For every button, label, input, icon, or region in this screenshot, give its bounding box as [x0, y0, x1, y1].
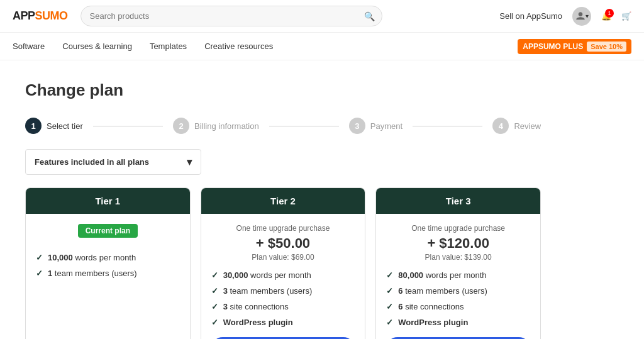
nav-courses[interactable]: Courses & learning [62, 42, 132, 51]
step-divider-1 [93, 126, 163, 126]
features-toggle[interactable]: Features included in all plans ▾ [25, 149, 201, 175]
tier-3-card: Tier 3 One time upgrade purchase + $120.… [375, 187, 541, 339]
steps-indicator: 1 Select tier 2 Billing information 3 Pa… [25, 118, 541, 134]
feature-text: 10,000 words per month [48, 253, 136, 262]
step-3-label: Payment [370, 121, 402, 131]
page-title: Change plan [25, 81, 541, 100]
check-icon: ✓ [386, 286, 393, 296]
tier-1-body: Current plan ✓ 10,000 words per month ✓ … [26, 214, 190, 294]
check-icon: ✓ [36, 269, 43, 278]
tier-1-feature-2: ✓ 1 team members (users) [36, 269, 180, 278]
step-4-label: Review [514, 121, 541, 131]
check-icon: ✓ [386, 302, 393, 311]
chevron-down-icon: ▾ [187, 156, 192, 168]
header-right: Sell on AppSumo ▾ 🔔 1 🛒 [499, 7, 631, 26]
check-icon: ✓ [386, 270, 393, 280]
check-icon: ✓ [211, 318, 218, 327]
check-icon: ✓ [211, 286, 218, 296]
nav-bar: Software Courses & learning Templates Cr… [0, 33, 644, 60]
nav-software[interactable]: Software [13, 42, 45, 51]
step-4: 4 Review [492, 118, 541, 134]
tier-1-card: Tier 1 Current plan ✓ 10,000 words per m… [25, 187, 191, 339]
feature-text: 80,000 words per month [398, 270, 486, 280]
notif-badge: 1 [605, 9, 614, 18]
tier-3-feature-1: ✓ 80,000 words per month [386, 270, 530, 280]
tier-2-feature-4: ✓ WordPress plugin [211, 318, 355, 327]
tier-2-upgrade-text: One time upgrade purchase [211, 224, 355, 233]
plus-label: APPSUMO PLUS [523, 42, 583, 51]
header: APPSUMO 🔍 Sell on AppSumo ▾ 🔔 1 🛒 [0, 0, 644, 33]
tier-3-feature-4: ✓ WordPress plugin [386, 318, 530, 327]
tier-1-header: Tier 1 [26, 188, 190, 214]
step-2-label: Billing information [194, 121, 259, 131]
step-3: 3 Payment [349, 118, 402, 134]
step-2-number: 2 [173, 118, 189, 134]
save-label: Save 10% [587, 42, 626, 52]
check-icon: ✓ [386, 318, 393, 327]
tier-2-plan-value: Plan value: $69.00 [211, 253, 355, 262]
step-2: 2 Billing information [173, 118, 259, 134]
search-input[interactable] [80, 6, 382, 26]
tier-3-plan-value: Plan value: $139.00 [386, 253, 530, 262]
feature-text: WordPress plugin [398, 318, 468, 327]
tier-3-feature-3: ✓ 6 site connections [386, 302, 530, 311]
notifications-icon[interactable]: 🔔 1 [601, 11, 611, 21]
step-1-number: 1 [25, 118, 42, 134]
feature-text: 3 team members (users) [223, 286, 313, 296]
step-3-number: 3 [349, 118, 365, 134]
tier-2-card: Tier 2 One time upgrade purchase + $50.0… [201, 187, 366, 339]
step-divider-3 [413, 126, 482, 126]
sell-link[interactable]: Sell on AppSumo [499, 11, 562, 21]
tier-3-price: + $120.00 [386, 235, 530, 252]
check-icon: ✓ [211, 270, 218, 280]
search-icon: 🔍 [364, 11, 375, 21]
step-1-label: Select tier [47, 121, 83, 131]
features-toggle-label: Features included in all plans [35, 157, 149, 167]
feature-text: 3 site connections [223, 302, 289, 311]
tier-2-header: Tier 2 [201, 188, 365, 214]
tier-2-body: One time upgrade purchase + $50.00 Plan … [201, 214, 365, 339]
main-content: Change plan 1 Select tier 2 Billing info… [0, 60, 566, 339]
tier-3-body: One time upgrade purchase + $120.00 Plan… [376, 214, 540, 339]
nav-creative[interactable]: Creative resources [204, 42, 273, 51]
feature-text: 6 site connections [398, 302, 464, 311]
nav-templates[interactable]: Templates [150, 42, 187, 51]
plus-badge[interactable]: APPSUMO PLUS Save 10% [518, 39, 631, 54]
user-avatar[interactable]: ▾ [572, 7, 591, 26]
check-icon: ✓ [211, 302, 218, 311]
tier-2-feature-2: ✓ 3 team members (users) [211, 286, 355, 296]
feature-text: 1 team members (users) [48, 269, 137, 278]
feature-text: 6 team members (users) [398, 286, 487, 296]
search-container: 🔍 [80, 6, 382, 26]
tier-1-feature-1: ✓ 10,000 words per month [36, 253, 180, 262]
tier-2-price: + $50.00 [211, 235, 355, 252]
tiers-grid: Tier 1 Current plan ✓ 10,000 words per m… [25, 187, 541, 339]
step-divider-2 [269, 126, 339, 126]
tier-2-feature-1: ✓ 30,000 words per month [211, 270, 355, 280]
check-icon: ✓ [36, 253, 43, 262]
app-logo[interactable]: APPSUMO [13, 9, 68, 23]
tier-3-feature-2: ✓ 6 team members (users) [386, 286, 530, 296]
current-plan-badge: Current plan [78, 224, 138, 238]
tier-3-upgrade-text: One time upgrade purchase [386, 224, 530, 233]
step-4-number: 4 [492, 118, 509, 134]
step-1: 1 Select tier [25, 118, 83, 134]
cart-icon[interactable]: 🛒 [621, 11, 631, 21]
feature-text: 30,000 words per month [223, 270, 311, 280]
tier-3-header: Tier 3 [376, 188, 540, 214]
feature-text: WordPress plugin [223, 318, 293, 327]
tier-2-feature-3: ✓ 3 site connections [211, 302, 355, 311]
